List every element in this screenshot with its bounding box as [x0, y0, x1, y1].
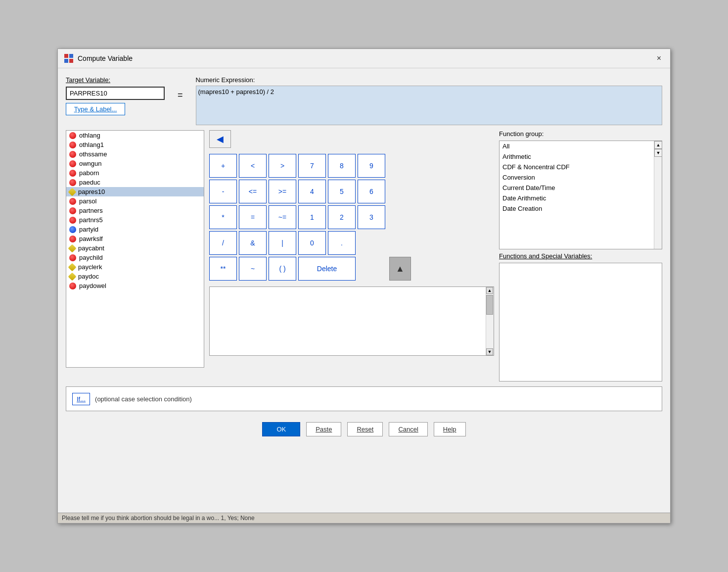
function-group-item[interactable]: Arithmetic [500, 151, 662, 162]
variables-panel: othlangothlang1othssameowngunpabornpaedu… [66, 130, 204, 381]
left-panel: Target Variable: Type & Label... [66, 76, 165, 115]
list-item[interactable]: paydoc [66, 272, 204, 281]
calc-dot[interactable]: . [328, 231, 356, 255]
list-item[interactable]: paydowel [66, 281, 204, 290]
scrollbar-up-arrow[interactable]: ▲ [486, 287, 493, 294]
condition-box[interactable]: ▲ ▼ [209, 286, 494, 356]
calculator-grid: + < > 7 8 9 - <= >= 4 5 6 [209, 154, 385, 281]
list-item[interactable]: paeduc [66, 178, 204, 187]
calc-5[interactable]: 5 [328, 180, 356, 203]
function-group-container: AllArithmeticCDF & Noncentral CDFConvers… [499, 141, 662, 249]
calc-and[interactable]: & [239, 231, 267, 255]
variable-name: partyid [79, 226, 98, 233]
list-item[interactable]: owngun [66, 159, 204, 168]
list-item[interactable]: othssame [66, 149, 204, 159]
calc-plus[interactable]: + [209, 154, 237, 178]
scrollbar-down-arrow[interactable]: ▼ [486, 348, 493, 355]
function-group-item[interactable]: CDF & Noncentral CDF [500, 162, 662, 172]
calc-4[interactable]: 4 [298, 180, 326, 203]
calc-or[interactable]: | [269, 231, 296, 255]
calc-multiply[interactable]: * [209, 205, 237, 229]
calc-not[interactable]: ~ [239, 257, 267, 281]
calc-2[interactable]: 2 [328, 205, 356, 229]
list-item[interactable]: partners [66, 206, 204, 215]
calc-delete[interactable]: Delete [298, 257, 356, 281]
compute-variable-dialog: Compute Variable × Target Variable: Type… [57, 48, 671, 524]
calc-6[interactable]: 6 [358, 180, 385, 203]
variable-name: papres10 [78, 188, 105, 195]
list-item[interactable]: partnrs5 [66, 215, 204, 225]
ok-button[interactable]: OK [262, 422, 300, 436]
calc-3[interactable]: 3 [358, 205, 385, 229]
variable-type-icon [69, 226, 76, 233]
list-item[interactable]: paycabnt [66, 243, 204, 253]
variable-type-icon [69, 198, 76, 205]
target-variable-input[interactable] [66, 87, 165, 100]
svg-rect-3 [69, 59, 73, 63]
list-item[interactable]: partyid [66, 225, 204, 234]
insert-arrow-button[interactable]: ◀ [209, 130, 231, 148]
condition-scrollbar[interactable]: ▲ ▼ [486, 287, 494, 355]
variable-type-icon [69, 207, 76, 214]
list-item[interactable]: paychild [66, 253, 204, 262]
function-group-item[interactable]: Date Creation [500, 203, 662, 214]
calc-1[interactable]: 1 [298, 205, 326, 229]
fg-scrollbar-up-arrow[interactable]: ▲ [654, 141, 662, 149]
calc-spacer2 [358, 257, 385, 281]
calc-lt[interactable]: < [239, 154, 267, 178]
cancel-button[interactable]: Cancel [389, 422, 427, 436]
list-item[interactable]: othlang [66, 131, 204, 140]
function-group-item[interactable]: Date Arithmetic [500, 193, 662, 203]
variable-type-icon [69, 283, 76, 289]
list-item[interactable]: parsol [66, 196, 204, 206]
list-item[interactable]: paborn [66, 168, 204, 178]
calc-neq[interactable]: ~= [269, 205, 296, 229]
calc-7[interactable]: 7 [298, 154, 326, 178]
title-bar: Compute Variable × [58, 49, 670, 68]
variable-type-icon [69, 132, 76, 139]
type-label-button[interactable]: Type & Label... [66, 103, 125, 115]
calc-power[interactable]: ** [209, 257, 237, 281]
numeric-expression-value[interactable]: (mapres10 + papres10) / 2 [196, 86, 662, 125]
calc-gte[interactable]: >= [269, 180, 296, 203]
center-panel: ◀ + < > 7 8 9 - [209, 130, 494, 381]
calc-lte[interactable]: <= [239, 180, 267, 203]
function-group-item[interactable]: Current Date/Time [500, 183, 662, 193]
fg-scrollbar[interactable]: ▲ ▼ [654, 141, 662, 249]
list-item[interactable]: othlang1 [66, 140, 204, 149]
variable-name: othlang1 [79, 141, 104, 148]
variable-name: partnrs5 [79, 216, 103, 224]
list-item[interactable]: pawrkslf [66, 234, 204, 243]
status-bar: Please tell me if you think abortion sho… [58, 513, 670, 523]
button-row: OK Paste Reset Cancel Help [66, 416, 662, 440]
close-button[interactable]: × [654, 53, 664, 64]
help-button[interactable]: Help [434, 422, 466, 436]
if-button[interactable]: If... [72, 393, 90, 405]
variable-type-icon [68, 244, 77, 252]
fg-scrollbar-down-arrow[interactable]: ▼ [654, 149, 662, 157]
calc-0[interactable]: 0 [298, 231, 326, 255]
function-group-item[interactable]: Conversion [500, 172, 662, 183]
variable-name: parsol [79, 197, 96, 205]
calc-9[interactable]: 9 [358, 154, 385, 178]
calc-gt[interactable]: > [269, 154, 296, 178]
up-arrow-button[interactable]: ▲ [389, 257, 411, 281]
list-item[interactable]: papres10 [66, 187, 204, 196]
calc-8[interactable]: 8 [328, 154, 356, 178]
reset-button[interactable]: Reset [347, 422, 383, 436]
paste-button[interactable]: Paste [306, 422, 341, 436]
calc-eq[interactable]: = [239, 205, 267, 229]
scrollbar-thumb[interactable] [486, 295, 493, 315]
calc-parens[interactable]: ( ) [269, 257, 296, 281]
list-item[interactable]: payclerk [66, 262, 204, 272]
function-group-item[interactable]: All [500, 141, 662, 151]
variable-type-icon [69, 179, 76, 186]
target-variable-label: Target Variable: [66, 76, 165, 84]
calc-minus[interactable]: - [209, 180, 237, 203]
variable-type-icon [68, 272, 77, 281]
calc-divide[interactable]: / [209, 231, 237, 255]
variable-type-icon [69, 254, 76, 261]
title-bar-left: Compute Variable [64, 53, 133, 63]
variables-list: othlangothlang1othssameowngunpabornpaedu… [66, 131, 204, 290]
calculator-grid-wrapper: + < > 7 8 9 - <= >= 4 5 6 [209, 154, 385, 281]
